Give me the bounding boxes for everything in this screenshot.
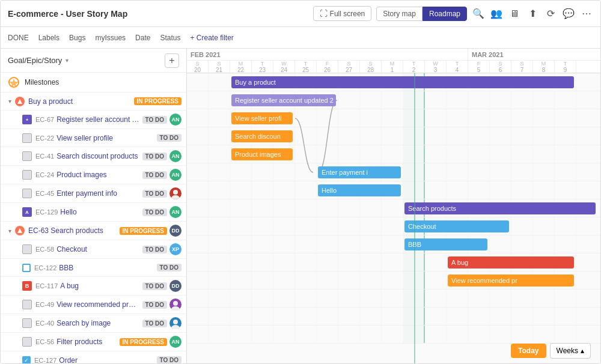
day-cell: M8	[533, 61, 555, 73]
item-id-ec127: EC-127	[34, 357, 56, 364]
checkbox-icon-ec122	[22, 264, 31, 272]
story-icon-ec45	[22, 189, 32, 198]
badge-buy-product: IN PROGRESS	[134, 97, 182, 105]
gantt-bar[interactable]: Hello	[318, 184, 401, 196]
gantt-bar[interactable]: A bug	[448, 256, 574, 268]
timeline: FEB 2021 MAR 2021 S20S21M22T23W24T25F26S…	[187, 49, 600, 364]
search-icon[interactable]: 🔍	[472, 7, 485, 20]
checkbox-checked-icon-ec127: ✓	[22, 356, 31, 365]
monitor-icon[interactable]: 🖥	[508, 7, 521, 20]
sidebar-item-ec49[interactable]: ▾ EC-49 View recommended prod... TO DO	[1, 296, 186, 314]
sidebar-item-ec41[interactable]: ▾ EC-41 Search discount products TO DO A…	[1, 147, 186, 166]
day-cell: F26	[317, 61, 338, 73]
gantt-bar[interactable]: Buy a product	[231, 76, 574, 88]
filter-done[interactable]: DONE	[8, 34, 29, 42]
sidebar-item-ec67[interactable]: ▾ + EC-67 Register seller account up... …	[1, 111, 186, 129]
sidebar-item-ec45[interactable]: ▾ EC-45 Enter payment info TO DO	[1, 184, 186, 203]
badge-ec24: TO DO	[142, 171, 167, 179]
today-button[interactable]: Today	[511, 344, 546, 358]
add-milestone-button[interactable]: +	[165, 53, 179, 68]
timeline-row	[187, 217, 600, 235]
item-name-ec56: Filter products	[56, 338, 117, 346]
comment-icon[interactable]: 💬	[562, 7, 575, 20]
item-name-buy-product: Buy a product	[28, 97, 132, 106]
header-dropdown-arrow[interactable]: ▾	[66, 57, 69, 64]
story-icon-ec129: A	[22, 207, 32, 217]
avatar-ec67: AN	[169, 114, 182, 126]
sidebar-item-ec56[interactable]: ▾ EC-56 Filter products IN PROGRESS AN	[1, 333, 186, 351]
gantt-bar[interactable]: Register seller account updated 2	[231, 94, 336, 106]
sidebar-item-ec24[interactable]: ▾ EC-24 Product images TO DO AN	[1, 166, 186, 184]
day-cell: S7	[511, 61, 533, 73]
filter-status[interactable]: Status	[160, 34, 180, 42]
fullscreen-button[interactable]: ⛶ Full screen	[313, 6, 372, 21]
badge-ec40: TO DO	[142, 320, 167, 327]
day-row: S20S21M22T23W24T25F26S27S28M1T2W3T4F5S6S…	[187, 61, 600, 73]
svg-point-7	[171, 325, 180, 329]
filter-labels[interactable]: Labels	[38, 34, 59, 42]
gantt-bar[interactable]: Product images	[231, 148, 293, 160]
timeline-row	[187, 235, 600, 253]
avatar-ec40	[169, 317, 182, 329]
item-name-ec40: Search by image	[56, 319, 139, 327]
story-icon-ec56	[22, 337, 32, 347]
gantt-bar[interactable]: Checkout	[404, 220, 509, 232]
chevron-icon[interactable]: ▾	[5, 97, 14, 106]
app-title: E-commerce - User Story Map	[8, 9, 313, 19]
sidebar-item-ec58[interactable]: ▾ EC-58 Checkout TO DO XP	[1, 240, 186, 259]
item-name-ec58: Checkout	[56, 245, 139, 253]
gantt-bar[interactable]: BBB	[404, 238, 487, 250]
sidebar-item-buy-a-product[interactable]: ▾ Buy a product IN PROGRESS	[1, 93, 186, 111]
gantt-bar[interactable]: View recommended pr	[448, 275, 574, 287]
roadmap-button[interactable]: Roadmap	[423, 7, 467, 21]
users-icon[interactable]: 👥	[490, 7, 503, 20]
sidebar-header: Goal/Epic/Story ▾ +	[1, 49, 186, 73]
sidebar-item-ec40[interactable]: ▾ EC-40 Search by image TO DO	[1, 314, 186, 333]
badge-ec127: TO DO	[157, 356, 182, 364]
sidebar-item-ec22[interactable]: ▾ EC-22 View seller profile TO DO	[1, 129, 186, 147]
day-cell: S21	[209, 61, 230, 73]
avatar-ec58: XP	[169, 243, 182, 255]
filter-myissues[interactable]: myIssues	[95, 34, 126, 42]
timeline-header: FEB 2021 MAR 2021 S20S21M22T23W24T25F26S…	[187, 49, 600, 73]
day-cell: W24	[273, 61, 295, 73]
svg-point-6	[173, 320, 178, 324]
sidebar-item-ec122[interactable]: ▾ EC-122 BBB TO DO	[1, 259, 186, 277]
gantt-bar[interactable]: Search products	[404, 202, 596, 214]
sidebar-item-ec117[interactable]: ▾ B EC-117 A bug TO DO DD	[1, 277, 186, 296]
weeks-button[interactable]: Weeks ▴	[550, 343, 591, 359]
timeline-row	[187, 290, 600, 308]
item-id-ec49: EC-49	[35, 301, 54, 308]
sidebar-item-ec129[interactable]: ▾ A EC-129 Hello TO DO AN	[1, 203, 186, 222]
filter-date[interactable]: Date	[135, 34, 150, 42]
item-id-ec117: EC-117	[35, 282, 58, 290]
timeline-body: Release12Buy a productRegister seller ac…	[187, 73, 600, 364]
item-id-ec22: EC-22	[35, 135, 54, 142]
day-cell: S6	[490, 61, 511, 73]
sidebar-item-ec127[interactable]: ▾ ✓ EC-127 Order TO DO	[1, 351, 186, 364]
filter-bugs[interactable]: Bugs	[69, 34, 85, 42]
view-toggle: Story map Roadmap	[376, 7, 467, 21]
gantt-bar[interactable]: View seller profi	[231, 112, 293, 124]
chevron-icon-ec63[interactable]: ▾	[5, 226, 14, 235]
story-icon-ec41	[22, 151, 32, 161]
day-cell: T25	[295, 61, 317, 73]
gantt-bar[interactable]: Enter payment i	[318, 166, 401, 178]
upload-icon[interactable]: ⬆	[526, 7, 539, 20]
badge-ec45: TO DO	[142, 190, 167, 198]
item-id-ec24: EC-24	[35, 171, 54, 178]
month-feb: FEB 2021	[187, 49, 468, 60]
badge-ec49: TO DO	[142, 301, 167, 309]
gantt-bar[interactable]: Search discoun	[231, 130, 293, 142]
create-filter-button[interactable]: + Create filter	[190, 34, 233, 42]
bottom-toolbar: Today Weeks ▴	[511, 343, 591, 359]
storymap-button[interactable]: Story map	[376, 7, 423, 21]
badge-ec63: IN PROGRESS	[120, 227, 167, 235]
fullscreen-icon: ⛶	[320, 9, 328, 18]
sidebar-item-ec63[interactable]: ▾ EC-63 Search products IN PROGRESS DD	[1, 222, 186, 240]
story-icon-ec22	[22, 133, 32, 143]
share-icon[interactable]: ⟳	[544, 7, 557, 20]
more-icon[interactable]: ⋯	[580, 7, 593, 20]
avatar-ec45	[169, 187, 182, 199]
item-id-ec122: EC-122	[34, 264, 56, 271]
